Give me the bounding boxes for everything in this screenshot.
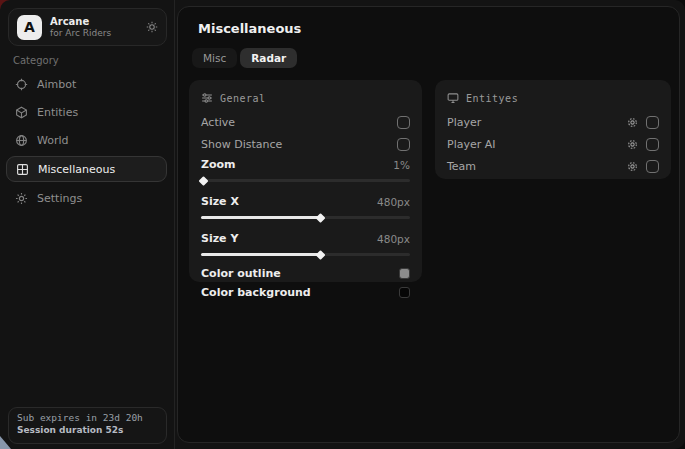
color-background-swatch[interactable] bbox=[399, 287, 410, 298]
size-y-slider-thumb[interactable] bbox=[316, 250, 326, 260]
sidebar-item-label: Settings bbox=[37, 192, 82, 205]
profile-text: Arcane for Arc Riders bbox=[50, 16, 138, 38]
screen: A Arcane for Arc Riders Category bbox=[0, 0, 685, 449]
general-panel: General Active Show Distance Zoom 1% bbox=[189, 80, 422, 282]
zoom-slider[interactable] bbox=[201, 179, 410, 182]
color-outline-label: Color outline bbox=[201, 267, 281, 280]
entities-panel: Entityes Player Player AI bbox=[435, 80, 671, 179]
category-label: Category bbox=[13, 55, 59, 66]
player-row: Player bbox=[447, 111, 659, 133]
crosshair-icon bbox=[15, 78, 28, 91]
player-ai-checkbox[interactable] bbox=[646, 138, 659, 151]
sidebar-item-label: Aimbot bbox=[37, 78, 76, 91]
player-gear-icon[interactable] bbox=[627, 117, 638, 128]
color-background-row: Color background bbox=[201, 283, 410, 302]
profile-gear-icon[interactable] bbox=[146, 21, 158, 33]
sidebar: A Arcane for Arc Riders Category bbox=[0, 0, 175, 449]
profile-card: A Arcane for Arc Riders bbox=[8, 8, 167, 46]
session-duration-text: Session duration 52s bbox=[17, 425, 158, 435]
team-gear-icon[interactable] bbox=[627, 161, 638, 172]
size-x-slider-thumb[interactable] bbox=[316, 213, 326, 223]
tab-bar: Misc Radar bbox=[192, 48, 297, 68]
player-checkbox[interactable] bbox=[646, 116, 659, 129]
size-y-slider[interactable] bbox=[201, 253, 410, 256]
tab-radar[interactable]: Radar bbox=[240, 48, 297, 68]
player-ai-row: Player AI bbox=[447, 133, 659, 155]
size-x-label: Size X bbox=[201, 195, 239, 208]
sidebar-item-world[interactable]: World bbox=[6, 127, 167, 153]
team-controls bbox=[627, 160, 659, 173]
app-subtitle: for Arc Riders bbox=[50, 28, 138, 38]
player-ai-label: Player AI bbox=[447, 138, 496, 151]
color-outline-row: Color outline bbox=[201, 264, 410, 283]
general-panel-header: General bbox=[201, 89, 410, 107]
size-y-row: Size Y 480px bbox=[201, 229, 410, 248]
size-x-row: Size X 480px bbox=[201, 192, 410, 211]
size-x-slider-row bbox=[201, 211, 410, 224]
tab-misc[interactable]: Misc bbox=[192, 48, 237, 68]
grid-icon bbox=[16, 163, 29, 176]
team-label: Team bbox=[447, 160, 476, 173]
active-checkbox[interactable] bbox=[397, 116, 410, 129]
show-distance-checkbox[interactable] bbox=[397, 138, 410, 151]
entities-panel-header: Entityes bbox=[447, 89, 659, 107]
team-checkbox[interactable] bbox=[646, 160, 659, 173]
color-background-label: Color background bbox=[201, 286, 311, 299]
show-distance-label: Show Distance bbox=[201, 138, 282, 151]
show-distance-row: Show Distance bbox=[201, 133, 410, 155]
player-controls bbox=[627, 116, 659, 129]
page-title: Miscellaneous bbox=[198, 21, 301, 36]
monitor-icon bbox=[447, 92, 459, 104]
general-panel-title: General bbox=[220, 93, 266, 104]
sidebar-item-miscellaneous[interactable]: Miscellaneous bbox=[6, 156, 167, 182]
sidebar-item-settings[interactable]: Settings bbox=[6, 185, 167, 211]
color-outline-swatch[interactable] bbox=[399, 268, 410, 279]
size-y-value: 480px bbox=[377, 233, 410, 245]
app-name: Arcane bbox=[50, 16, 138, 28]
size-y-slider-row bbox=[201, 248, 410, 261]
player-ai-gear-icon[interactable] bbox=[627, 139, 638, 150]
sidebar-item-aimbot[interactable]: Aimbot bbox=[6, 71, 167, 97]
size-x-value: 480px bbox=[377, 196, 410, 208]
size-x-slider[interactable] bbox=[201, 216, 410, 219]
zoom-slider-thumb[interactable] bbox=[199, 176, 209, 186]
zoom-label: Zoom bbox=[201, 158, 236, 171]
size-y-slider-fill bbox=[201, 253, 320, 256]
zoom-value: 1% bbox=[393, 159, 410, 171]
gear-icon bbox=[15, 192, 28, 205]
main-content: Miscellaneous Misc Radar General bbox=[177, 6, 680, 443]
subscription-card: Sub expires in 23d 20h Session duration … bbox=[8, 407, 167, 444]
app-logo: A bbox=[17, 15, 42, 40]
size-y-label: Size Y bbox=[201, 232, 238, 245]
sidebar-item-entities[interactable]: Entities bbox=[6, 99, 167, 125]
sidebar-item-label: Miscellaneous bbox=[38, 163, 115, 176]
zoom-row: Zoom 1% bbox=[201, 155, 410, 174]
entities-icon bbox=[15, 106, 28, 119]
player-label: Player bbox=[447, 116, 481, 129]
active-label: Active bbox=[201, 116, 235, 129]
sidebar-item-label: World bbox=[37, 134, 69, 147]
sidebar-item-label: Entities bbox=[37, 106, 78, 119]
sliders-icon bbox=[201, 92, 213, 104]
zoom-slider-row bbox=[201, 174, 410, 187]
player-ai-controls bbox=[627, 138, 659, 151]
zoom-slider-fill bbox=[201, 179, 203, 182]
size-x-slider-fill bbox=[201, 216, 320, 219]
sub-expires-text: Sub expires in 23d 20h bbox=[17, 412, 158, 423]
globe-icon bbox=[15, 134, 28, 147]
active-row: Active bbox=[201, 111, 410, 133]
app-window: A Arcane for Arc Riders Category bbox=[0, 0, 685, 449]
entities-panel-title: Entityes bbox=[466, 93, 518, 104]
team-row: Team bbox=[447, 155, 659, 177]
